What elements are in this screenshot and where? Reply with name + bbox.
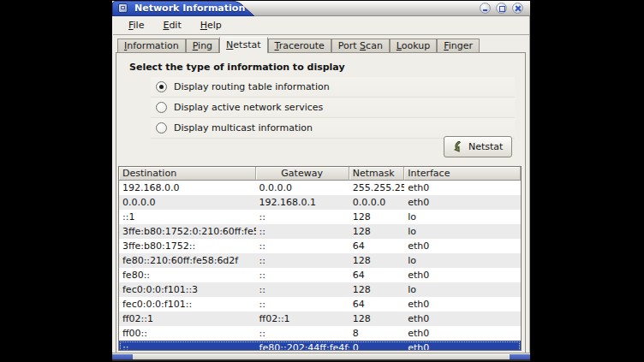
- tab-finger[interactable]: Finger: [437, 39, 480, 52]
- table-cell: 3ffe:b80:1752::: [119, 239, 256, 253]
- table-cell: 64: [349, 239, 404, 253]
- table-row[interactable]: fe80::::64eth0: [119, 268, 521, 282]
- window-controls: [480, 3, 523, 14]
- table-cell: 8: [349, 326, 404, 341]
- table-cell: ff02::1: [119, 312, 256, 326]
- table-row[interactable]: 3ffe:b80:1752::::64eth0: [119, 239, 521, 253]
- table-cell: fe80::210:60ff:fe58:6d2f: [119, 253, 256, 268]
- table-cell: eth0: [404, 268, 521, 282]
- table-cell: 128: [349, 210, 404, 224]
- table-cell: 128: [349, 282, 404, 297]
- table-cell: 128: [349, 224, 404, 239]
- netstat-button-label: Netstat: [468, 141, 503, 152]
- tab-traceroute[interactable]: Traceroute: [268, 39, 331, 52]
- column-header-gateway[interactable]: Gateway: [256, 167, 349, 181]
- window-title: Network Information: [134, 3, 245, 14]
- table-cell: eth0: [404, 239, 521, 253]
- radio-option-label: Display routing table information: [174, 81, 330, 92]
- resize-grip-left[interactable]: [112, 354, 133, 361]
- table-cell: 3ffe:b80:1752:0:210:60ff:fe58:6d2f: [119, 224, 256, 239]
- table-row[interactable]: fec0:0:0:f101::3::128lo: [119, 282, 521, 297]
- netstat-button[interactable]: Netstat: [444, 136, 512, 157]
- table-cell: lo: [404, 210, 521, 224]
- table-cell: ::: [256, 282, 349, 297]
- radio-option-0[interactable]: Display routing table information: [151, 77, 515, 98]
- table-row[interactable]: 3ffe:b80:1752:0:210:60ff:fe58:6d2f::128l…: [119, 224, 521, 239]
- maximize-icon[interactable]: [496, 3, 507, 14]
- network-information-window: Network Information FileEditHelp Informa…: [111, 0, 531, 362]
- menu-help[interactable]: Help: [193, 18, 230, 33]
- netstat-panel: Select the type of information to displa…: [116, 52, 526, 353]
- table-row[interactable]: 192.168.0.00.0.0.0255.255.255.0eth0: [119, 181, 521, 195]
- table-cell: ::1: [119, 210, 256, 224]
- tab-information[interactable]: Information: [117, 39, 186, 52]
- table-cell: 64: [349, 268, 404, 282]
- notebook: InformationPingNetstatTraceroutePort Sca…: [116, 37, 526, 353]
- table-cell: ff00::: [119, 326, 256, 341]
- column-header-interface[interactable]: Interface: [404, 167, 521, 181]
- menu-file[interactable]: File: [121, 18, 152, 33]
- table-cell: ff02::1: [256, 312, 349, 326]
- table-cell: eth0: [404, 326, 521, 341]
- table-cell: fec0:0:0:f101::3: [119, 282, 256, 297]
- netstat-run-icon: [451, 141, 464, 153]
- table-cell: 192.168.0.1: [256, 195, 349, 210]
- radio-option-label: Display multicast information: [174, 122, 313, 134]
- app-icon: [118, 3, 128, 13]
- table-cell: 0: [349, 341, 404, 351]
- table-cell: ::: [256, 210, 349, 224]
- menubar: FileEditHelp: [113, 16, 529, 35]
- radio-selected-icon[interactable]: [156, 81, 167, 92]
- table-row[interactable]: ::1::128lo: [119, 210, 521, 224]
- minimize-icon[interactable]: [480, 3, 491, 14]
- tab-port-scan[interactable]: Port Scan: [331, 39, 390, 52]
- table-cell: 192.168.0.0: [119, 181, 256, 195]
- table-cell: lo: [404, 224, 521, 239]
- column-header-destination[interactable]: Destination: [119, 167, 256, 181]
- routing-table: DestinationGatewayNetmaskInterface 192.1…: [118, 166, 522, 351]
- tab-ping[interactable]: Ping: [186, 39, 219, 52]
- table-cell: lo: [404, 282, 521, 297]
- table-cell: eth0: [404, 195, 521, 210]
- table-cell: 128: [349, 253, 404, 268]
- table-cell: 0.0.0.0: [256, 181, 349, 195]
- table-cell: 255.255.255.0: [349, 181, 404, 195]
- table-row[interactable]: ff02::1ff02::1128eth0: [119, 312, 521, 326]
- table-row[interactable]: fe80::210:60ff:fe58:6d2f::128lo: [119, 253, 521, 268]
- table-cell: eth0: [404, 341, 521, 351]
- resize-grip-right[interactable]: [510, 354, 530, 361]
- radio-option-label: Display active network services: [174, 102, 323, 113]
- table-row[interactable]: fec0:0:0:f101::::64eth0: [119, 297, 521, 312]
- table-cell: 0.0.0.0: [119, 195, 256, 210]
- table-cell: lo: [404, 253, 521, 268]
- desktop: { "window": { "title": "Network Informat…: [0, 0, 644, 362]
- tab-lookup[interactable]: Lookup: [390, 39, 437, 52]
- column-header-netmask[interactable]: Netmask: [349, 167, 404, 181]
- table-cell: fe80::: [119, 268, 256, 282]
- radio-unselected-icon[interactable]: [156, 122, 167, 134]
- window-bottom-border[interactable]: [112, 353, 530, 361]
- table-cell: ::: [256, 239, 349, 253]
- routing-table-header: DestinationGatewayNetmaskInterface: [119, 167, 521, 181]
- titlebar[interactable]: Network Information: [112, 1, 530, 16]
- radio-option-1[interactable]: Display active network services: [151, 98, 515, 118]
- radio-unselected-icon[interactable]: [156, 102, 167, 113]
- table-cell: ::: [256, 297, 349, 312]
- table-cell: eth0: [404, 181, 521, 195]
- table-cell: eth0: [404, 297, 521, 312]
- routing-table-body: 192.168.0.00.0.0.0255.255.255.0eth00.0.0…: [119, 181, 521, 351]
- table-cell: 64: [349, 297, 404, 312]
- table-row[interactable]: ff00::::8eth0: [119, 326, 521, 341]
- tab-netstat[interactable]: Netstat: [219, 37, 267, 53]
- table-cell: eth0: [404, 312, 521, 326]
- close-icon[interactable]: [512, 3, 523, 14]
- table-row[interactable]: ::fe80::202:44ff:fe4f:83e10eth0: [119, 341, 521, 351]
- table-cell: ::: [256, 224, 349, 239]
- table-cell: fe80::202:44ff:fe4f:83e1: [256, 341, 349, 351]
- table-cell: ::: [119, 341, 256, 351]
- table-cell: fec0:0:0:f101::: [119, 297, 256, 312]
- table-cell: ::: [256, 253, 349, 268]
- menu-edit[interactable]: Edit: [155, 18, 188, 33]
- table-row[interactable]: 0.0.0.0192.168.0.10.0.0.0eth0: [119, 195, 521, 210]
- tab-strip: InformationPingNetstatTraceroutePort Sca…: [116, 37, 526, 52]
